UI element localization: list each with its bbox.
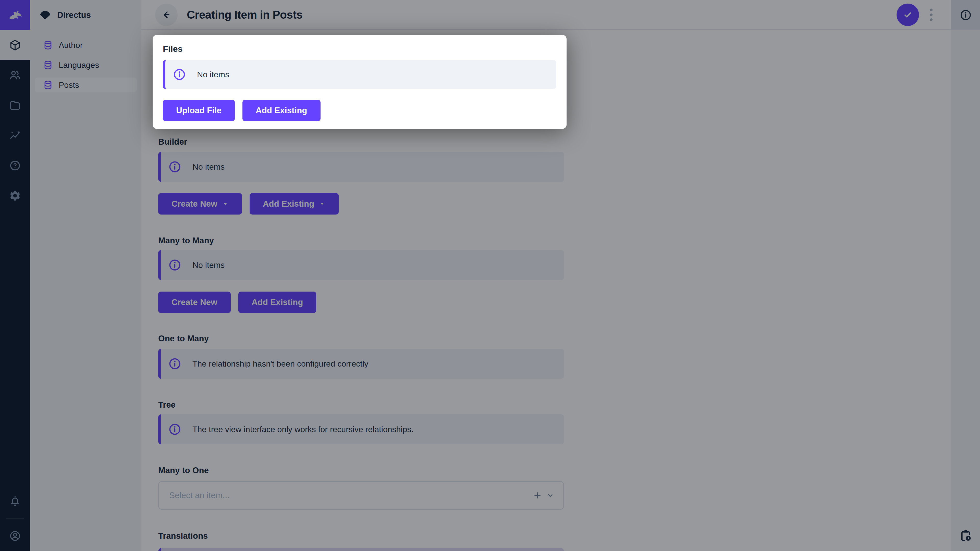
notice-text: No items xyxy=(197,70,229,79)
info-icon xyxy=(172,68,186,81)
directus-app: ? Directus xyxy=(0,0,980,551)
files-actions: Upload File Add Existing xyxy=(163,100,556,121)
files-add-existing-button[interactable]: Add Existing xyxy=(242,100,321,121)
upload-file-button[interactable]: Upload File xyxy=(163,100,235,121)
field-label-files: Files xyxy=(163,44,556,54)
files-notice: No items xyxy=(163,60,556,89)
button-label: Upload File xyxy=(176,106,221,115)
files-dialog: Files No items Upload File Add Existing xyxy=(153,35,566,129)
button-label: Add Existing xyxy=(256,106,307,115)
